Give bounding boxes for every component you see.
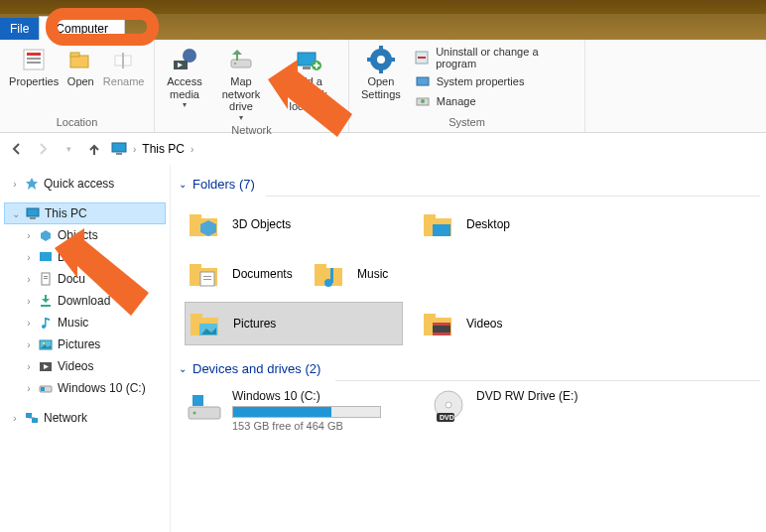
svg-rect-33 (116, 153, 122, 155)
this-pc-icon (111, 141, 127, 157)
drive-c[interactable]: Windows 10 (C:) 153 GB free of 464 GB (185, 387, 413, 434)
svg-rect-1 (27, 53, 41, 56)
up-button[interactable] (85, 140, 103, 158)
manage-button[interactable]: Manage (415, 91, 576, 111)
forward-button[interactable] (34, 140, 52, 158)
drive-icon (187, 389, 222, 425)
3d-objects-icon (38, 227, 54, 243)
rename-label: Rename (103, 75, 145, 88)
rename-button[interactable]: Rename (99, 44, 148, 90)
ribbon-group-system: Open Settings Uninstall or change a prog… (349, 40, 585, 132)
ribbon-group-network-label: Network (155, 124, 348, 140)
navigation-bar: ▾ › This PC › (0, 133, 766, 165)
ribbon-group-location: Properties Open Rename Location (0, 40, 155, 132)
svg-rect-64 (190, 264, 201, 270)
sidebar-item-downloads[interactable]: › Download (4, 290, 166, 312)
svg-rect-7 (122, 53, 124, 68)
chevron-right-icon: › (191, 144, 193, 155)
pictures-icon (38, 336, 54, 352)
expand-icon[interactable]: › (10, 413, 20, 424)
svg-rect-27 (418, 57, 426, 59)
tab-file[interactable]: File (0, 18, 39, 40)
add-network-location-button[interactable]: Add a network location (274, 44, 342, 115)
manage-icon (415, 93, 431, 109)
system-properties-button[interactable]: System properties (415, 71, 576, 91)
folder-documents[interactable]: Documents (185, 252, 294, 296)
expand-icon[interactable]: › (24, 361, 34, 372)
breadcrumb-this-pc[interactable]: This PC (142, 142, 185, 156)
ribbon-group-network: Access media ▾ Map network drive ▾ Add a… (155, 40, 349, 132)
sidebar-item-windows-c[interactable]: › Windows 10 (C:) (4, 377, 166, 399)
drive-name: Windows 10 (C:) (232, 389, 381, 403)
expand-icon[interactable]: › (24, 230, 34, 241)
sidebar-item-documents[interactable]: › Docu (4, 268, 166, 290)
svg-point-8 (183, 49, 196, 63)
folder-videos[interactable]: Videos (419, 302, 528, 345)
svg-rect-44 (41, 305, 51, 307)
expand-icon[interactable]: › (10, 179, 20, 190)
documents-icon (38, 271, 54, 287)
svg-rect-55 (32, 418, 38, 423)
downloads-icon (38, 293, 54, 309)
tab-computer[interactable]: Computer (39, 16, 125, 40)
folder-music[interactable]: Music (310, 252, 528, 296)
svg-rect-40 (44, 276, 48, 277)
svg-rect-22 (379, 46, 383, 52)
open-settings-button[interactable]: Open Settings (355, 44, 407, 102)
svg-rect-77 (424, 314, 436, 320)
folder-label: 3D Objects (232, 217, 291, 231)
svg-point-48 (43, 342, 45, 344)
svg-rect-28 (417, 77, 429, 85)
drives-grid: Windows 10 (C:) 153 GB free of 464 GB DV… (177, 381, 760, 446)
recent-locations-button[interactable]: ▾ (60, 140, 77, 158)
map-network-drive-button[interactable]: Map network drive ▾ (208, 44, 274, 124)
open-button[interactable]: Open (62, 44, 99, 90)
sidebar-item-desktop[interactable]: › D (4, 246, 166, 268)
expand-icon[interactable]: › (24, 252, 34, 263)
quick-access-icon (24, 176, 40, 192)
section-folders[interactable]: ⌄ Folders (7) (177, 173, 760, 196)
sidebar-item-videos[interactable]: › Videos (4, 355, 166, 377)
sidebar-item-this-pc[interactable]: ⌄ This PC (4, 202, 166, 224)
system-properties-label: System properties (437, 75, 525, 87)
svg-rect-4 (70, 56, 88, 67)
svg-rect-69 (315, 264, 326, 270)
address-bar[interactable]: › This PC › (111, 141, 193, 157)
svg-rect-66 (203, 276, 211, 277)
sidebar-label: This PC (45, 206, 87, 220)
sidebar-item-quick-access[interactable]: › Quick access (4, 173, 166, 195)
system-properties-icon (415, 73, 431, 89)
expand-icon[interactable]: › (24, 339, 34, 350)
uninstall-program-button[interactable]: Uninstall or change a program (415, 44, 576, 71)
folder-pictures[interactable]: Pictures (185, 302, 403, 345)
sidebar-item-3d-objects[interactable]: › Objects (4, 224, 166, 246)
folder-desktop[interactable]: Desktop (419, 202, 637, 246)
expand-icon[interactable]: › (24, 383, 34, 394)
expand-icon[interactable]: › (24, 274, 34, 285)
settings-gear-icon (367, 46, 395, 73)
properties-button[interactable]: Properties (6, 44, 62, 90)
folder-3d-objects[interactable]: 3D Objects (185, 202, 403, 246)
access-media-button[interactable]: Access media ▾ (161, 44, 208, 111)
dropdown-icon: ▾ (239, 113, 243, 122)
sidebar-item-pictures[interactable]: › Pictures (4, 333, 166, 355)
window-titlebar (0, 0, 766, 14)
collapse-icon[interactable]: ⌄ (11, 208, 21, 219)
desktop-icon (38, 249, 54, 265)
svg-rect-19 (314, 65, 319, 66)
sidebar-item-music[interactable]: › Music (4, 312, 166, 333)
svg-marker-37 (41, 230, 51, 241)
drive-e[interactable]: DVD DVD RW Drive (E:) (429, 387, 657, 434)
section-devices[interactable]: ⌄ Devices and drives (2) (177, 357, 760, 380)
back-button[interactable] (8, 140, 26, 158)
section-devices-label: Devices and drives (2) (192, 361, 320, 376)
folder-label: Music (357, 267, 388, 281)
this-pc-icon (25, 205, 41, 221)
expand-icon[interactable]: › (24, 318, 34, 329)
manage-label: Manage (437, 95, 476, 107)
uninstall-icon (415, 50, 430, 66)
folder-icon (187, 206, 222, 242)
expand-icon[interactable]: › (24, 296, 34, 307)
sidebar-label: Pictures (58, 337, 100, 351)
sidebar-item-network[interactable]: › Network (4, 407, 166, 429)
